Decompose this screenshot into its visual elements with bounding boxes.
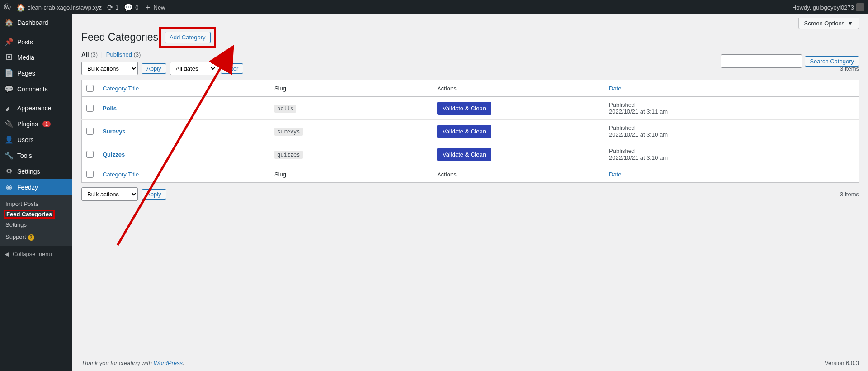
howdy-text: Howdy, gulogoyoyi0273 [792, 4, 854, 11]
chevron-down-icon: ▼ [847, 20, 853, 27]
row-title-link[interactable]: Polls [103, 105, 117, 112]
apply-button-bottom[interactable]: Apply [142, 189, 166, 200]
wp-logo[interactable]: ⓦ [4, 3, 11, 12]
row-slug: quizzes [274, 151, 303, 159]
media-icon: 🖼 [5, 53, 14, 62]
admin-bar-left: ⓦ 🏠clean-crab-xago.instawp.xyz ⟳1 💬0 ＋Ne… [4, 3, 165, 12]
filter-all-count: (3) [90, 51, 98, 58]
brush-icon: 🖌 [5, 104, 14, 112]
comment-icon: 💬 [5, 85, 14, 93]
menu-appearance[interactable]: 🖌Appearance [0, 100, 72, 116]
search-input[interactable] [721, 54, 802, 68]
screen-options-label: Screen Options [804, 20, 845, 27]
add-category-button[interactable]: Add Category [165, 32, 211, 43]
menu-users[interactable]: 👤Users [0, 132, 72, 147]
comment-icon: 💬 [124, 3, 133, 12]
filter-published[interactable]: Published [106, 51, 132, 58]
plus-icon: ＋ [144, 3, 151, 12]
dashboard-icon: 🏠 [5, 18, 14, 27]
howdy-link[interactable]: Howdy, gulogoyoyi0273 [792, 3, 864, 11]
row-slug: polls [274, 105, 296, 113]
menu-plugins[interactable]: 🔌Plugins1 [0, 116, 72, 132]
page-icon: 📄 [5, 69, 14, 77]
col-slug-header: Slug [270, 80, 433, 97]
validate-clean-button[interactable]: Validate & Clean [437, 148, 491, 161]
user-icon: 👤 [5, 135, 14, 144]
submenu-import-posts[interactable]: Import Posts [0, 198, 72, 210]
avatar [856, 3, 864, 11]
bulk-actions-select-bottom[interactable]: Bulk actions [81, 187, 138, 201]
row-title-link[interactable]: Quizzes [103, 151, 125, 158]
pin-icon: 📌 [5, 38, 14, 46]
menu-label: Users [17, 136, 34, 143]
admin-sidebar: 🏠Dashboard 📌Posts 🖼Media 📄Pages 💬Comment… [0, 14, 72, 371]
menu-label: Appearance [17, 105, 52, 112]
new-label: New [154, 4, 165, 11]
admin-footer: Thank you for creating with WordPress. V… [81, 360, 859, 366]
validate-clean-button[interactable]: Validate & Clean [437, 125, 491, 138]
filter-button[interactable]: Filter [221, 63, 244, 74]
tablenav-bottom: Bulk actions Apply 3 items [81, 187, 859, 201]
table-row: QuizzesquizzesValidate & CleanPublished2… [82, 143, 859, 166]
row-date: 2022/10/21 at 3:10 am [609, 131, 668, 138]
menu-comments[interactable]: 💬Comments [0, 81, 72, 97]
menu-dashboard[interactable]: 🏠Dashboard [0, 14, 72, 30]
select-all-checkbox-bottom[interactable] [86, 171, 94, 178]
menu-label: Tools [17, 152, 32, 159]
filter-all[interactable]: All [81, 51, 89, 58]
row-checkbox[interactable] [86, 151, 94, 158]
menu-label: Dashboard [17, 19, 48, 26]
feedzy-icon: ◉ [5, 183, 14, 191]
site-link[interactable]: 🏠clean-crab-xago.instawp.xyz [16, 3, 102, 12]
menu-label: Comments [17, 86, 48, 93]
col-date-header[interactable]: Date [604, 80, 859, 97]
search-button[interactable]: Search Category [805, 56, 859, 67]
menu-feedzy[interactable]: ◉Feedzy [0, 179, 72, 195]
col-title-footer[interactable]: Category Title [98, 166, 270, 183]
menu-pages[interactable]: 📄Pages [0, 65, 72, 81]
apply-button-top[interactable]: Apply [142, 63, 166, 74]
collapse-label: Collapse menu [13, 251, 52, 257]
page-title: Feed Categories [81, 31, 158, 43]
row-status: Published [609, 147, 854, 154]
submenu-support[interactable]: Support? [0, 231, 72, 243]
categories-table: Category Title Slug Actions Date Pollspo… [81, 80, 859, 183]
menu-media[interactable]: 🖼Media [0, 50, 72, 65]
row-title-link[interactable]: Surevys [103, 128, 126, 135]
footer-version: Version 6.0.3 [825, 360, 859, 366]
updates-link[interactable]: ⟳1 [107, 3, 118, 12]
screen-options-toggle[interactable]: Screen Options▼ [798, 18, 859, 29]
add-category-highlight: Add Category [159, 27, 216, 48]
items-count-bottom: 3 items [840, 191, 859, 198]
row-checkbox[interactable] [86, 105, 94, 112]
menu-posts[interactable]: 📌Posts [0, 34, 72, 50]
validate-clean-button[interactable]: Validate & Clean [437, 102, 491, 115]
table-row: PollspollsValidate & CleanPublished2022/… [82, 97, 859, 120]
menu-tools[interactable]: 🔧Tools [0, 147, 72, 163]
select-all-checkbox-top[interactable] [86, 85, 94, 92]
col-actions-footer: Actions [433, 166, 604, 183]
comments-link[interactable]: 💬0 [124, 3, 138, 12]
row-date: 2022/10/21 at 3:11 am [609, 108, 668, 115]
collapse-menu[interactable]: ◀Collapse menu [0, 246, 72, 262]
menu-label: Media [17, 54, 34, 61]
plugin-update-badge: 1 [42, 121, 51, 127]
menu-label: Posts [17, 38, 33, 46]
col-title-header[interactable]: Category Title [98, 80, 270, 97]
footer-thankyou: Thank you for creating with WordPress. [81, 360, 184, 366]
gear-icon: ⚙ [5, 167, 14, 176]
bulk-actions-select-top[interactable]: Bulk actions [81, 62, 138, 75]
col-date-footer[interactable]: Date [604, 166, 859, 183]
date-filter-select[interactable]: All dates [170, 62, 217, 75]
collapse-icon: ◀ [5, 251, 9, 257]
select-all-header [82, 80, 99, 97]
submenu-settings[interactable]: Settings [0, 219, 72, 231]
refresh-icon: ⟳ [107, 3, 113, 12]
wordpress-link[interactable]: WordPress [154, 360, 183, 366]
row-checkbox[interactable] [86, 128, 94, 135]
col-actions-header: Actions [433, 80, 604, 97]
submenu-feed-categories[interactable]: Feed Categories [4, 210, 55, 219]
new-link[interactable]: ＋New [144, 3, 165, 12]
menu-settings[interactable]: ⚙Settings [0, 163, 72, 179]
wrench-icon: 🔧 [5, 151, 14, 160]
